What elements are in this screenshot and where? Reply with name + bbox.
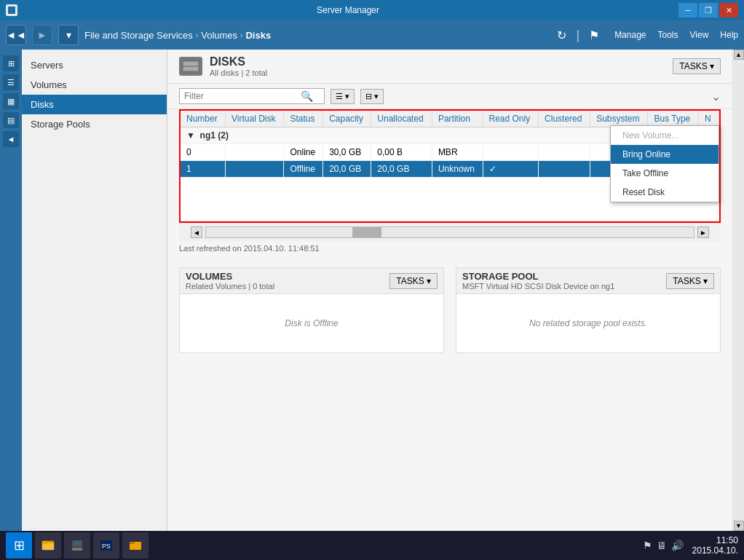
tools-menu[interactable]: Tools <box>658 30 678 40</box>
toolbar-icons: ↻ | ⚑ <box>553 26 603 44</box>
disk-clustered <box>539 161 590 178</box>
expand-section-button[interactable]: ⌄ <box>711 90 721 103</box>
start-button[interactable]: ⊞ <box>6 532 32 559</box>
disk-number: 0 <box>181 144 226 161</box>
storage-icon[interactable]: ▤ <box>3 112 19 128</box>
disk-readonly: ✓ <box>483 161 539 178</box>
disks-subtitle: All disks | 2 total <box>210 68 267 77</box>
taskbar-time-display: 11:50 <box>692 535 738 545</box>
sidebar-icon-strip: ⊞ ☰ ▦ ▤ ◄ <box>0 50 22 531</box>
filter-input[interactable] <box>184 91 301 101</box>
manage-menu[interactable]: Manage <box>614 30 646 40</box>
col-unallocated[interactable]: Unallocated <box>371 111 432 127</box>
disk-readonly <box>483 144 539 161</box>
back-button[interactable]: ◄◄ <box>6 25 26 45</box>
context-menu: New Volume... Bring Online Take Offline … <box>610 125 719 202</box>
taskbar-file-explorer-button[interactable] <box>35 532 61 559</box>
volumes-section-header: VOLUMES Related Volumes | 0 total TASKS … <box>180 268 443 294</box>
disk-section-icon <box>179 57 202 76</box>
scroll-right-button[interactable]: ► <box>697 226 709 238</box>
scroll-up-button[interactable]: ▲ <box>734 50 744 60</box>
server-icon[interactable]: ▦ <box>3 93 19 109</box>
scroll-down-button[interactable]: ▼ <box>734 521 744 531</box>
col-read-only[interactable]: Read Only <box>483 111 539 127</box>
nav-dropdown-button[interactable]: ▾ <box>58 25 79 45</box>
breadcrumb-volumes[interactable]: Volumes <box>201 30 237 41</box>
help-menu[interactable]: Help <box>720 30 738 40</box>
col-number[interactable]: Number <box>181 111 226 127</box>
svg-rect-5 <box>42 541 47 544</box>
network-icon: 🖥 <box>657 540 667 551</box>
scroll-track[interactable] <box>205 226 694 238</box>
col-partition[interactable]: Partition <box>432 111 483 127</box>
taskbar-server-manager-button[interactable] <box>64 532 90 559</box>
sidebar-nav: Servers Volumes Disks Storage Pools <box>22 50 167 531</box>
refresh-button[interactable]: ↻ <box>553 26 570 44</box>
disk-virtual-disk <box>226 161 284 178</box>
context-menu-item-reset-disk[interactable]: Reset Disk <box>611 183 719 202</box>
flag-button[interactable]: ⚑ <box>585 26 603 44</box>
last-refreshed: Last refreshed on 2015.04.10. 11:48:51 <box>167 241 732 256</box>
col-virtual-disk[interactable]: Virtual Disk <box>226 111 284 127</box>
taskbar-folder-button[interactable] <box>122 532 149 559</box>
col-clustered[interactable]: Clustered <box>539 111 590 127</box>
breadcrumb-sep-2: › <box>240 31 242 39</box>
taskbar-date-display: 2015.04.10. <box>692 545 738 556</box>
list-icon[interactable]: ☰ <box>3 74 19 90</box>
disks-section-header: DISKS All disks | 2 total TASKS ▾ <box>167 50 732 84</box>
main-layout: ⊞ ☰ ▦ ▤ ◄ Servers Volumes Disks Storage … <box>0 50 744 531</box>
sidebar-item-volumes[interactable]: Volumes <box>22 75 167 95</box>
taskbar-clock[interactable]: 11:50 2015.04.10. <box>692 535 738 556</box>
vertical-scroll-track[interactable] <box>734 60 744 521</box>
svg-rect-2 <box>183 67 198 71</box>
vertical-scrollbar: ▲ ▼ <box>732 50 744 531</box>
sidebar-item-disks[interactable]: Disks <box>22 95 167 114</box>
expand-sidebar-icon[interactable]: ◄ <box>3 131 19 147</box>
col-capacity[interactable]: Capacity <box>323 111 371 127</box>
disks-tasks-button[interactable]: TASKS ▾ <box>673 58 721 74</box>
view-list-button[interactable]: ☰ ▾ <box>331 89 355 104</box>
disk-clustered <box>539 144 590 161</box>
view-options-button[interactable]: ⊟ ▾ <box>360 89 384 104</box>
forward-button[interactable]: ► <box>32 25 52 45</box>
disks-table-container: Number Virtual Disk Status Capacity Unal… <box>179 109 721 241</box>
taskbar-sys-icons: ⚑ 🖥 🔊 <box>643 540 684 551</box>
breadcrumb-sep-1: › <box>196 31 198 39</box>
scroll-left-button[interactable]: ◄ <box>191 226 202 238</box>
disks-title: DISKS <box>210 55 267 68</box>
sidebar: ⊞ ☰ ▦ ▤ ◄ Servers Volumes Disks Storage … <box>0 50 167 531</box>
context-menu-item-take-offline[interactable]: Take Offline <box>611 164 719 183</box>
breadcrumb: File and Storage Services › Volumes › Di… <box>84 30 547 41</box>
group-expand-icon[interactable]: ▼ <box>186 130 195 141</box>
horizontal-scrollbar: ◄ ► <box>179 223 721 241</box>
breadcrumb-file-storage[interactable]: File and Storage Services <box>84 30 193 41</box>
disk-virtual-disk <box>226 144 284 161</box>
context-menu-item-new-volume: New Volume... <box>611 126 719 145</box>
taskbar-powershell-button[interactable]: PS <box>93 532 119 559</box>
disk-partition: Unknown <box>432 161 483 178</box>
svg-text:PS: PS <box>102 543 111 550</box>
scroll-thumb[interactable] <box>352 227 381 237</box>
col-status[interactable]: Status <box>284 111 323 127</box>
restore-button[interactable]: ❐ <box>699 3 718 17</box>
view-menu[interactable]: View <box>690 30 709 40</box>
sidebar-item-storage-pools[interactable]: Storage Pools <box>22 114 167 134</box>
minimize-button[interactable]: ─ <box>678 3 697 17</box>
menu-items: Manage Tools View Help <box>614 30 738 40</box>
context-menu-item-bring-online[interactable]: Bring Online <box>611 145 719 164</box>
storage-pool-tasks-button[interactable]: TASKS ▾ <box>666 273 714 289</box>
close-button[interactable]: ✕ <box>719 3 738 17</box>
volumes-tasks-button[interactable]: TASKS ▾ <box>389 273 438 289</box>
disk-number: 1 <box>181 161 226 178</box>
filter-bar: 🔍 ☰ ▾ ⊟ ▾ ⌄ <box>167 84 732 109</box>
disk-capacity: 30,0 GB <box>323 144 371 161</box>
app-icon <box>6 4 17 16</box>
svg-rect-12 <box>130 542 135 544</box>
volumes-empty-message: Disk is Offline <box>180 294 443 352</box>
storage-pool-title: STORAGE POOL <box>462 271 614 282</box>
dashboard-icon[interactable]: ⊞ <box>3 55 19 71</box>
taskbar: ⊞ PS ⚑ 🖥 🔊 11:50 2015.04.10. <box>0 531 744 560</box>
sidebar-item-servers[interactable]: Servers <box>22 55 167 75</box>
disk-status: Offline <box>284 161 323 178</box>
menu-bar: ◄◄ ► ▾ File and Storage Services › Volum… <box>0 20 744 50</box>
